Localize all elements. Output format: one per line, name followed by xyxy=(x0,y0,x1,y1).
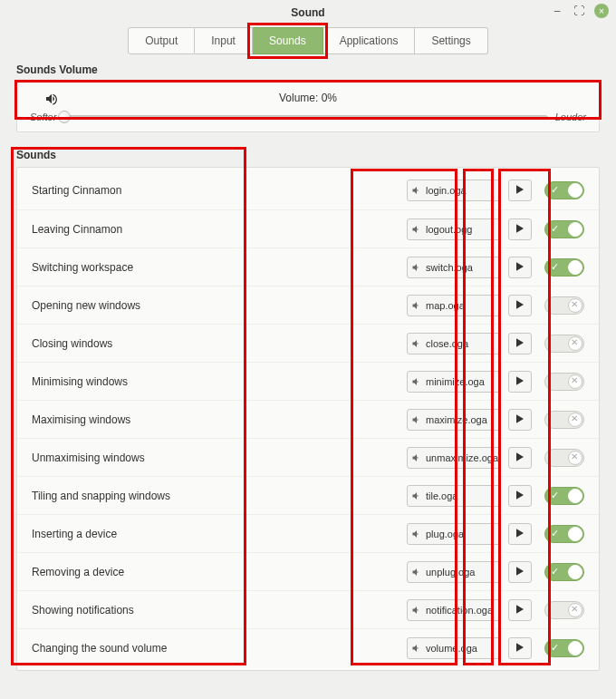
speaker-icon xyxy=(411,490,422,501)
sound-file-chooser[interactable]: unmaximize.oga xyxy=(407,447,501,469)
sound-toggle[interactable] xyxy=(544,449,584,467)
toggle-knob xyxy=(568,489,582,503)
sound-file-name: logout.ogg xyxy=(426,224,472,235)
volume-label: Volume: 0% xyxy=(279,92,337,104)
toggle-knob xyxy=(568,336,582,351)
tab-input[interactable]: Input xyxy=(195,27,253,54)
volume-softer-label: Softer xyxy=(30,112,56,122)
speaker-icon xyxy=(411,605,422,616)
minimize-button[interactable]: – xyxy=(551,5,563,17)
toggle-knob xyxy=(568,527,582,541)
play-icon xyxy=(516,642,524,655)
toggle-knob xyxy=(568,298,582,313)
sound-row: Unmaximising windowsunmaximize.oga xyxy=(17,438,599,476)
window-title: Sound xyxy=(291,6,324,19)
sound-toggle[interactable] xyxy=(544,220,584,238)
sound-toggle[interactable] xyxy=(544,411,584,429)
sound-row: Showing notificationsnotification.oga xyxy=(17,590,599,628)
play-button[interactable] xyxy=(508,561,532,583)
sound-row: Starting Cinnamonlogin.oga xyxy=(17,171,599,209)
sound-name: Closing windows xyxy=(32,337,303,350)
play-button[interactable] xyxy=(508,523,532,545)
close-button[interactable]: × xyxy=(594,4,609,18)
play-icon xyxy=(516,375,524,388)
titlebar: Sound – ⛶ × xyxy=(0,0,616,25)
play-button[interactable] xyxy=(508,333,532,354)
sound-file-chooser[interactable]: unplug.oga xyxy=(407,561,501,583)
volume-icon xyxy=(44,92,59,109)
play-icon xyxy=(516,184,524,197)
speaker-icon xyxy=(411,376,422,387)
toggle-knob xyxy=(568,413,582,427)
play-button[interactable] xyxy=(508,257,532,278)
sound-toggle[interactable] xyxy=(544,487,584,505)
sound-toggle[interactable] xyxy=(544,181,584,199)
sound-toggle[interactable] xyxy=(544,335,584,353)
speaker-icon xyxy=(411,567,422,578)
sound-toggle[interactable] xyxy=(544,525,584,543)
speaker-icon xyxy=(411,529,422,539)
play-button[interactable] xyxy=(508,295,532,316)
sound-file-chooser[interactable]: switch.oga xyxy=(407,257,501,278)
toggle-knob xyxy=(568,603,582,617)
play-icon xyxy=(516,490,524,502)
sound-file-name: minimize.oga xyxy=(426,376,485,387)
sound-file-name: plug.oga xyxy=(426,529,464,539)
sound-row: Removing a deviceunplug.oga xyxy=(17,552,599,590)
play-button[interactable] xyxy=(508,218,532,240)
play-button[interactable] xyxy=(508,485,532,507)
tab-settings[interactable]: Settings xyxy=(415,27,487,54)
volume-slider-thumb[interactable] xyxy=(58,111,71,123)
sound-file-chooser[interactable]: logout.ogg xyxy=(407,218,501,240)
play-icon xyxy=(516,261,524,274)
sound-toggle[interactable] xyxy=(544,563,584,581)
sound-file-chooser[interactable]: notification.oga xyxy=(407,599,501,621)
sound-file-chooser[interactable]: close.oga xyxy=(407,333,501,354)
sound-file-chooser[interactable]: tile.oga xyxy=(407,485,501,507)
play-button[interactable] xyxy=(508,409,532,431)
play-icon xyxy=(516,223,524,236)
sound-file-chooser[interactable]: plug.oga xyxy=(407,523,501,545)
play-button[interactable] xyxy=(508,637,532,659)
sound-file-name: tile.oga xyxy=(426,490,457,501)
sound-name: Changing the sound volume xyxy=(32,642,303,655)
sound-name: Starting Cinnamon xyxy=(32,184,303,197)
sound-toggle[interactable] xyxy=(544,258,584,277)
tab-output[interactable]: Output xyxy=(128,27,195,54)
sound-file-name: switch.oga xyxy=(426,262,473,273)
sound-row: Maximising windowsmaximize.oga xyxy=(17,400,599,438)
play-button[interactable] xyxy=(508,180,532,201)
sound-file-name: unplug.oga xyxy=(426,567,475,578)
sound-row: Leaving Cinnamonlogout.ogg xyxy=(17,209,599,248)
sound-toggle[interactable] xyxy=(544,639,584,657)
sound-file-name: unmaximize.oga xyxy=(426,452,498,463)
sound-file-name: volume.oga xyxy=(426,643,477,654)
sound-file-chooser[interactable]: login.oga xyxy=(407,180,501,201)
sounds-heading: Sounds xyxy=(11,149,605,161)
sound-name: Leaving Cinnamon xyxy=(32,223,303,236)
sound-file-chooser[interactable]: map.oga xyxy=(407,295,501,316)
tab-applications[interactable]: Applications xyxy=(323,27,416,54)
maximize-button[interactable]: ⛶ xyxy=(573,5,585,17)
play-button[interactable] xyxy=(508,371,532,393)
speaker-icon xyxy=(411,338,422,349)
volume-slider[interactable] xyxy=(63,115,547,120)
speaker-icon xyxy=(411,300,422,311)
sound-name: Switching workspace xyxy=(32,261,303,274)
sound-toggle[interactable] xyxy=(544,296,584,315)
sound-file-chooser[interactable]: maximize.oga xyxy=(407,409,501,431)
speaker-icon xyxy=(411,185,422,196)
tab-sounds[interactable]: Sounds xyxy=(253,27,323,54)
sound-toggle[interactable] xyxy=(544,601,584,619)
speaker-icon xyxy=(411,224,422,235)
toggle-knob xyxy=(568,260,582,275)
sound-toggle[interactable] xyxy=(544,373,584,391)
sound-file-chooser[interactable]: minimize.oga xyxy=(407,371,501,393)
speaker-icon xyxy=(411,262,422,273)
play-icon xyxy=(516,299,524,312)
sound-file-name: map.oga xyxy=(426,300,465,311)
sound-row: Opening new windowsmap.oga xyxy=(17,286,599,324)
sound-file-chooser[interactable]: volume.oga xyxy=(407,637,501,659)
play-button[interactable] xyxy=(508,447,532,469)
play-button[interactable] xyxy=(508,599,532,621)
